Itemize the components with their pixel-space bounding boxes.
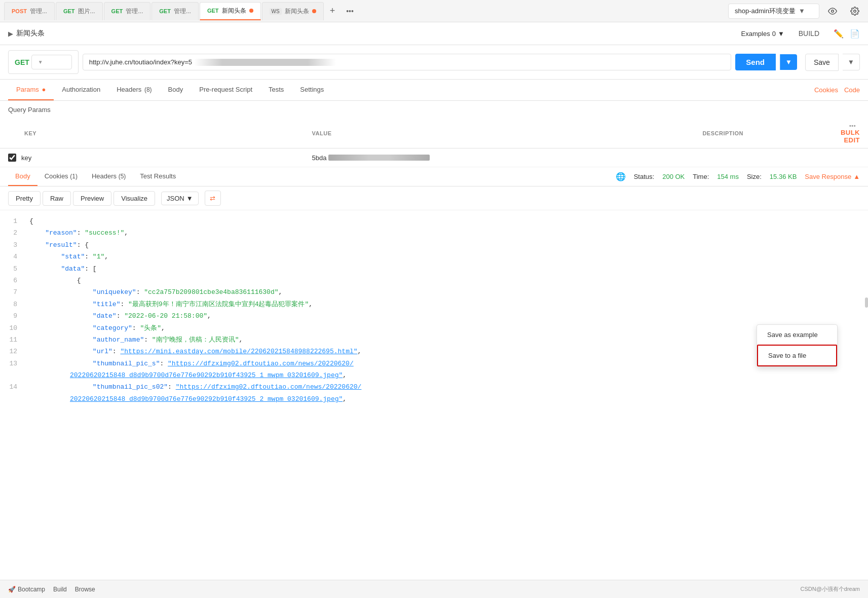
tab-settings-label: Settings: [300, 86, 324, 93]
env-dropdown[interactable]: shop-admin环境变量 ▼: [728, 4, 819, 19]
param-value-prefix: 5bda: [312, 154, 327, 162]
tab-ws-icon: WS: [270, 8, 282, 15]
tab-method: GET: [63, 8, 75, 14]
response-tab-body[interactable]: Body: [8, 167, 37, 186]
tab-get-manage3[interactable]: GET 管理...: [152, 2, 199, 20]
lang-select[interactable]: JSON ▼: [161, 192, 199, 205]
preview-button[interactable]: Preview: [73, 191, 111, 206]
build-button[interactable]: BUILD: [790, 26, 827, 41]
examples-button[interactable]: Examples 0 ▼: [741, 30, 784, 38]
expand-icon[interactable]: ▶: [8, 30, 13, 38]
tab-settings[interactable]: Settings: [292, 80, 332, 100]
code-line-10: "category": "头条",: [29, 322, 864, 334]
response-tab-cookies[interactable]: Cookies (1): [37, 167, 85, 186]
tab-get-images[interactable]: GET 图片...: [56, 2, 103, 20]
raw-button[interactable]: Raw: [43, 191, 71, 206]
code-line-13b: 20220620215848_d8d9b9700d76e776e90292b91…: [29, 369, 864, 381]
tab-body[interactable]: Body: [160, 80, 192, 100]
save-as-example-item[interactable]: Save as example: [757, 325, 837, 345]
save-to-file-item[interactable]: Save to a file: [757, 345, 837, 366]
code-link[interactable]: Code: [844, 86, 860, 94]
tab-label: 图片...: [78, 7, 95, 16]
tab-label: 新闻头条: [285, 7, 309, 16]
param-desc-cell: [694, 148, 824, 167]
examples-label: Examples: [741, 30, 770, 38]
tab-bar: POST 管理... GET 图片... GET 管理... GET 管理...…: [0, 0, 868, 22]
send-button[interactable]: Send: [735, 54, 776, 70]
build-label[interactable]: Build: [53, 586, 67, 593]
eye-icon[interactable]: [823, 2, 842, 20]
visualize-button[interactable]: Visualize: [114, 191, 155, 206]
params-dot: ●: [42, 86, 46, 93]
save-button[interactable]: Save: [805, 54, 839, 71]
response-tab-headers[interactable]: Headers (5): [85, 167, 133, 186]
time-value: 154 ms: [717, 173, 739, 180]
code-line-1: {: [29, 215, 864, 227]
code-line-4: "stat": "1",: [29, 251, 864, 263]
url-blurred: [194, 59, 336, 66]
code-line-3: "result": {: [29, 239, 864, 251]
tab-headers[interactable]: Headers (8): [108, 80, 160, 100]
code-line-5: "data": [: [29, 263, 864, 275]
wrap-button[interactable]: ⇄: [205, 191, 221, 206]
tab-authorization[interactable]: Authorization: [54, 80, 108, 100]
params-table: KEY VALUE DESCRIPTION ••• Bulk Edit key …: [0, 119, 868, 167]
code-viewer[interactable]: 1 2 3 4 5 6 7 8 9 10 11 12 13 14 { "reas…: [0, 210, 868, 428]
save-dropdown-button[interactable]: ▼: [843, 54, 860, 70]
code-content: { "reason": "success!", "result": { "sta…: [25, 215, 868, 423]
bootcamp-label[interactable]: 🚀 Bootcamp: [8, 586, 45, 593]
code-line-7: "uniquekey": "cc2a757b209801cbe3e4ba8361…: [29, 286, 864, 298]
code-line-2: "reason": "success!",: [29, 227, 864, 239]
svg-point-0: [832, 10, 834, 12]
add-tab-button[interactable]: +: [325, 3, 341, 19]
resp-tab-body-label: Body: [15, 172, 30, 180]
tab-body-label: Body: [168, 86, 183, 93]
url-bar: GET ▼ http://v.juhe.cn/toutiao/index?key…: [0, 45, 868, 80]
tab-params-label: Params: [16, 86, 39, 93]
send-dropdown-button[interactable]: ▼: [780, 54, 797, 70]
pretty-button[interactable]: Pretty: [8, 191, 41, 206]
status-value: 200 OK: [662, 173, 685, 180]
table-row: key 5bda: [0, 148, 868, 167]
code-line-9: "date": "2022-06-20 21:58:00",: [29, 310, 864, 322]
param-checkbox[interactable]: [8, 154, 16, 162]
tab-ws-news[interactable]: WS 新闻头条: [262, 2, 324, 20]
code-line-6: {: [29, 275, 864, 286]
response-tab-test-results[interactable]: Test Results: [133, 167, 183, 186]
browse-label[interactable]: Browse: [75, 586, 95, 593]
document-icon[interactable]: 📄: [850, 29, 860, 39]
bulk-edit-button[interactable]: Bulk Edit: [841, 129, 860, 144]
tab-pre-request[interactable]: Pre-request Script: [191, 80, 260, 100]
tab-method: GET: [159, 8, 171, 14]
more-options-icon[interactable]: •••: [849, 123, 856, 129]
param-value-cell: 5bda: [304, 148, 695, 167]
more-tabs-button[interactable]: •••: [341, 4, 359, 18]
chevron-up-icon: ▲: [853, 173, 860, 180]
edit-icon[interactable]: ✏️: [834, 29, 844, 39]
col-header-actions: ••• Bulk Edit: [824, 119, 868, 148]
breadcrumb: ▶ 新闻头条 Examples 0 ▼ BUILD ✏️ 📄: [0, 22, 868, 45]
resp-tab-cookies-label: Cookies: [45, 172, 68, 180]
chevron-down-icon: ▼: [186, 195, 193, 202]
tab-tests[interactable]: Tests: [260, 80, 292, 100]
cookies-link[interactable]: Cookies: [814, 86, 838, 94]
tab-post-manage[interactable]: POST 管理...: [4, 2, 55, 20]
status-label: Status:: [634, 173, 654, 180]
bottom-logo: CSDN@小强有个dream: [800, 585, 860, 593]
col-header-key: KEY: [0, 119, 304, 148]
tab-get-manage2[interactable]: GET 管理...: [104, 2, 151, 20]
tab-params[interactable]: Params ●: [8, 80, 54, 100]
lang-label: JSON: [167, 195, 184, 202]
method-select[interactable]: GET ▼: [8, 50, 79, 74]
query-params-section: Query Params: [0, 101, 868, 119]
unsaved-dot2: [312, 9, 316, 13]
settings-icon[interactable]: [846, 2, 864, 20]
tab-get-news[interactable]: GET 新闻头条: [200, 2, 261, 20]
chevron-down-icon: ▼: [799, 7, 805, 15]
save-response-button[interactable]: Save Response ▲: [805, 173, 860, 180]
tab-label: 新闻头条: [222, 7, 246, 15]
size-label: Size:: [747, 173, 762, 180]
scrollbar-thumb[interactable]: [865, 297, 868, 308]
tab-right-links: Cookies Code: [814, 86, 860, 94]
examples-area: Examples 0 ▼ BUILD ✏️ 📄: [741, 26, 860, 41]
